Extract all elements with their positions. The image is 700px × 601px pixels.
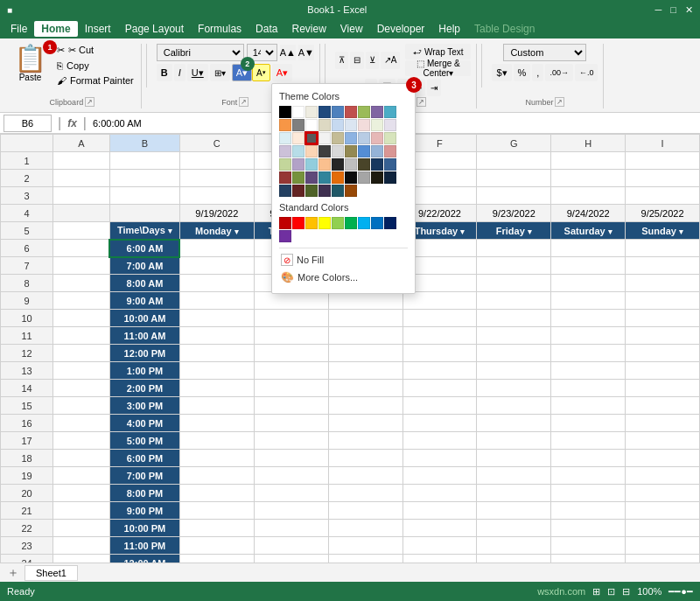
- theme-swatch-28[interactable]: [292, 145, 304, 157]
- day-header-cell-0[interactable]: [53, 222, 110, 240]
- theme-swatch-7[interactable]: [371, 106, 383, 118]
- theme-swatch-13[interactable]: [332, 119, 344, 131]
- cell-r24-c6[interactable]: [477, 555, 551, 563]
- menu-review[interactable]: Review: [284, 21, 332, 37]
- theme-swatch-14[interactable]: [345, 119, 357, 131]
- clipboard-expand-icon[interactable]: ↗: [85, 97, 94, 107]
- cell-r21-c8[interactable]: [626, 502, 700, 520]
- cell-r2-c1[interactable]: [109, 170, 179, 187]
- cell-r12-c8[interactable]: [626, 345, 700, 362]
- paste-button[interactable]: 📋 Paste 1: [9, 44, 52, 87]
- cell-r3-c0[interactable]: [53, 187, 110, 205]
- zoom-slider[interactable]: ━━●━: [668, 586, 693, 598]
- cell-r23-c2[interactable]: [179, 537, 254, 555]
- theme-swatch-19[interactable]: [292, 132, 304, 144]
- menu-home[interactable]: Home: [34, 21, 77, 37]
- cell-r13-c7[interactable]: [551, 362, 626, 380]
- theme-swatch-50[interactable]: [345, 171, 357, 184]
- cell-r3-c7[interactable]: [551, 187, 626, 205]
- cell-r22-c2[interactable]: [179, 520, 254, 537]
- cell-r16-c3[interactable]: [254, 415, 328, 432]
- theme-swatch-46[interactable]: [292, 171, 304, 184]
- cell-r22-c3[interactable]: [254, 520, 328, 537]
- cell-r6-c7[interactable]: [551, 240, 626, 257]
- menu-file[interactable]: File: [4, 21, 34, 37]
- cell-r22-a[interactable]: [53, 520, 110, 537]
- align-top-btn[interactable]: ⊼: [335, 52, 348, 69]
- theme-swatch-58[interactable]: [332, 185, 344, 197]
- cell-r8-c8[interactable]: [626, 275, 700, 292]
- theme-swatch-35[interactable]: [384, 145, 396, 157]
- cell-r23-c5[interactable]: [402, 537, 477, 555]
- cell-r22-c7[interactable]: [551, 520, 626, 537]
- cell-r24-c5[interactable]: [402, 555, 477, 563]
- underline-button[interactable]: U▾: [187, 64, 208, 81]
- day-header-cell-7[interactable]: Saturday ▾: [551, 222, 626, 240]
- cell-r8-c6[interactable]: [477, 275, 551, 292]
- date-cell-7[interactable]: 9/24/2022: [551, 205, 626, 222]
- cell-r24-c7[interactable]: [551, 555, 626, 563]
- cell-r1-c7[interactable]: [551, 152, 626, 170]
- percent-btn[interactable]: %: [514, 64, 531, 81]
- increase-indent-btn[interactable]: ⇥: [427, 79, 441, 96]
- close-btn[interactable]: ✕: [685, 4, 693, 16]
- theme-swatch-38[interactable]: [305, 158, 318, 171]
- time-cell-16[interactable]: 4:00 PM: [109, 415, 179, 432]
- cell-r13-c2[interactable]: [179, 362, 254, 380]
- minimize-btn[interactable]: ─: [655, 4, 662, 16]
- theme-swatch-48[interactable]: [318, 171, 331, 184]
- col-h[interactable]: H: [551, 135, 626, 152]
- cell-r10-c7[interactable]: [551, 310, 626, 327]
- cell-r16-c5[interactable]: [402, 415, 477, 432]
- col-b[interactable]: B: [109, 135, 179, 152]
- cell-r22-c4[interactable]: [328, 520, 402, 537]
- cell-r17-c6[interactable]: [477, 432, 551, 450]
- theme-swatch-32[interactable]: [345, 145, 357, 157]
- cell-r17-c2[interactable]: [179, 432, 254, 450]
- cell-r17-c7[interactable]: [551, 432, 626, 450]
- comma-btn[interactable]: ,: [532, 64, 543, 81]
- cell-r20-a[interactable]: [53, 485, 110, 502]
- cell-r10-c4[interactable]: [328, 310, 402, 327]
- cell-r21-c2[interactable]: [179, 502, 254, 520]
- time-cell-10[interactable]: 10:00 AM: [109, 310, 179, 327]
- theme-swatch-15[interactable]: [358, 119, 370, 131]
- cell-r16-c7[interactable]: [551, 415, 626, 432]
- cell-r21-c5[interactable]: [402, 502, 477, 520]
- theme-swatch-25[interactable]: [371, 132, 383, 144]
- time-cell-15[interactable]: 3:00 PM: [109, 397, 179, 415]
- cell-r3-c8[interactable]: [626, 187, 700, 205]
- menu-table-design[interactable]: Table Design: [467, 21, 542, 37]
- theme-swatch-34[interactable]: [371, 145, 383, 157]
- cell-r20-c5[interactable]: [402, 485, 477, 502]
- theme-swatch-36[interactable]: [279, 158, 291, 171]
- theme-swatch-9[interactable]: [279, 119, 291, 131]
- borders-button[interactable]: ⊞▾: [210, 64, 230, 81]
- maximize-btn[interactable]: □: [670, 4, 676, 16]
- cell-r20-c6[interactable]: [477, 485, 551, 502]
- sheet-tab-1[interactable]: Sheet1: [24, 565, 78, 581]
- cell-r22-c8[interactable]: [626, 520, 700, 537]
- font-name-select[interactable]: Calibri: [157, 44, 244, 61]
- cell-r19-a[interactable]: [53, 467, 110, 485]
- cell-r12-c5[interactable]: [402, 345, 477, 362]
- day-header-cell-2[interactable]: Monday ▾: [179, 222, 254, 240]
- cell-r19-c4[interactable]: [328, 467, 402, 485]
- theme-swatch-52[interactable]: [371, 171, 383, 184]
- theme-swatch-55[interactable]: [292, 185, 304, 197]
- cut-button[interactable]: ✂ ✂ Cut: [55, 44, 136, 57]
- cell-r21-c3[interactable]: [254, 502, 328, 520]
- cell-r13-c4[interactable]: [328, 362, 402, 380]
- cell-r15-c5[interactable]: [402, 397, 477, 415]
- col-c[interactable]: C: [179, 135, 254, 152]
- cell-r21-c6[interactable]: [477, 502, 551, 520]
- theme-swatch-43[interactable]: [371, 158, 383, 171]
- align-bottom-btn[interactable]: ⊻: [366, 52, 379, 69]
- increase-font-btn[interactable]: A▲: [280, 45, 296, 60]
- cell-r11-c5[interactable]: [402, 327, 477, 345]
- cell-r12-c2[interactable]: [179, 345, 254, 362]
- theme-swatch-44[interactable]: [384, 158, 396, 171]
- cell-r20-c4[interactable]: [328, 485, 402, 502]
- cell-r15-c2[interactable]: [179, 397, 254, 415]
- cell-r10-c2[interactable]: [179, 310, 254, 327]
